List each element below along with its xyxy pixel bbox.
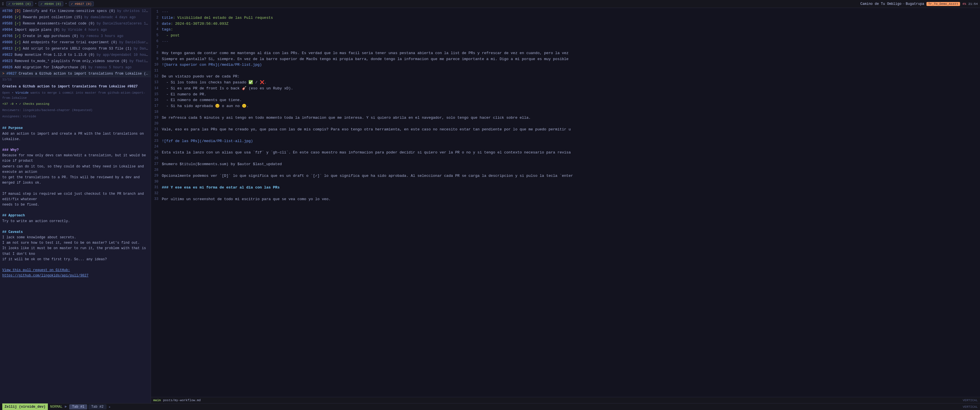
pr-list-item[interactable]: #9694 Import apple plans (0) by Viroide … bbox=[0, 27, 151, 33]
pr-number: #9826 bbox=[2, 65, 13, 70]
editor-line: 30 bbox=[151, 179, 980, 185]
line-number: 27 bbox=[153, 161, 162, 167]
pr-section-heading: ## Purpose bbox=[2, 126, 148, 131]
pr-detail[interactable]: Creates a Github action to import transl… bbox=[0, 82, 151, 403]
line-content: Vale, eso es para las PRs que he creado … bbox=[162, 127, 978, 133]
editor-line: 15 - El numero de PR. bbox=[151, 92, 980, 98]
editor-line: 29Opcionalmente podemos ver `[D]` lo que… bbox=[151, 173, 980, 179]
pr-list-item[interactable]: #9823 Removed tv_mode_* playlists from o… bbox=[0, 58, 151, 64]
pr-number: #8780 bbox=[2, 9, 13, 13]
editor-line: 17 - Si ha sido aprobada 😊 o aun no 🙁. bbox=[151, 103, 980, 109]
status-left: Zellij (viroide_dev) NORMAL ► Tab #1Tab … bbox=[2, 404, 111, 410]
main-area: #8780 [D] Identify and fix timezone-sens… bbox=[0, 8, 980, 403]
editor-line: 21Vale, eso es para las PRs que he cread… bbox=[151, 127, 980, 133]
selected-indicator: > bbox=[2, 72, 6, 76]
pr-author: by DanielSuarezCaceres 3 ho... bbox=[119, 40, 151, 44]
window-subtitle: Bugatrupa bbox=[906, 2, 924, 6]
editor-line: 5 - post bbox=[151, 33, 980, 39]
line-number: 4 bbox=[153, 27, 162, 32]
line-number: 22 bbox=[153, 133, 162, 138]
line-content: - post bbox=[162, 33, 978, 39]
line-content: - El número de comments que tiene. bbox=[162, 97, 978, 103]
pr-title: Add script to generate LBDL2 coupons fro… bbox=[23, 47, 132, 51]
pr-title: Add migration for InAppPurchase (0) bbox=[14, 65, 86, 70]
pr-author: by damaldenadc 4 days ago bbox=[84, 15, 135, 19]
pr-number: #9823 bbox=[2, 59, 13, 63]
editor-content[interactable]: 1---2title: Visibilidad del estado de la… bbox=[151, 8, 980, 397]
git-badge-3[interactable]: ✓ #9827 (0) bbox=[69, 2, 94, 6]
editor-line: 11 bbox=[151, 68, 980, 74]
editor-mode: NORMAL bbox=[50, 405, 62, 409]
pr-detail-body: Try to write an action correctly. bbox=[2, 219, 148, 224]
editor-line: 7 bbox=[151, 45, 980, 51]
pr-number: #9813 bbox=[2, 47, 13, 51]
pr-detail-body: If manual step is required we cold just … bbox=[2, 191, 148, 202]
line-content: Por ultimo un screenshot de todo mi esci… bbox=[162, 197, 978, 202]
pr-section-heading: ## Caveats bbox=[2, 229, 148, 235]
pr-detail-body: to get the translations to a PR. This wi… bbox=[2, 175, 148, 186]
line-content: tags: bbox=[162, 27, 978, 33]
file-status-right: VERTICAL bbox=[963, 399, 978, 402]
pr-title: Identify and fix timezone-sensitive spec… bbox=[23, 9, 115, 13]
status-tab[interactable]: Tab #2 bbox=[88, 404, 106, 410]
line-number: 26 bbox=[153, 156, 162, 161]
line-number: 16 bbox=[153, 97, 162, 103]
editor-line: 33Por ultimo un screenshot de todo mi es… bbox=[151, 197, 980, 202]
topbar-left:  ✓ tr9955 (0) • ✓ #9494 (0) • ✓ #9827 (… bbox=[2, 2, 858, 6]
pr-list-item[interactable]: #9588 [✓] Remove Assessments-related cod… bbox=[0, 21, 151, 27]
line-content: ![fzf de las PRs](/media/PR-list-all.jpg… bbox=[162, 138, 978, 145]
editor-line: 19Se refresca cada 5 minutos y asi tengo… bbox=[151, 115, 980, 121]
git-badge-1[interactable]: ✓ tr9955 (0) bbox=[6, 2, 33, 6]
pr-number: #9827 bbox=[6, 72, 16, 76]
pr-list-item[interactable]: #9808 [✓] Add endpoints for reverse tria… bbox=[0, 39, 151, 46]
pr-list-item[interactable]: #9766 [✓] Create in app purchases (0) by… bbox=[0, 33, 151, 39]
editor-line: 13 - Si los todos los checks han pasado … bbox=[151, 80, 980, 86]
pr-author: by DanielSuarezCacere... bbox=[134, 47, 151, 51]
pr-list-item[interactable]: #9496 [✓] Rewards point collection (15) … bbox=[0, 14, 151, 21]
line-number: 8 bbox=[153, 51, 162, 56]
editor-line: 25Esta vista la lanzo con un alias que u… bbox=[151, 150, 980, 156]
line-number: 15 bbox=[153, 92, 162, 97]
pr-list-item[interactable]: #9826 Add migration for InAppPurchase (0… bbox=[0, 64, 151, 71]
editor-line: 4tags: bbox=[151, 27, 980, 33]
line-number: 29 bbox=[153, 173, 162, 178]
git-badge-2[interactable]: ✓ #9494 (0) bbox=[38, 2, 63, 6]
line-number: 25 bbox=[153, 150, 162, 155]
pr-tag: [✓] bbox=[14, 47, 23, 51]
pr-number: #9766 bbox=[2, 34, 13, 38]
file-statusbar: main posts/my-workflow.md VERTICAL bbox=[151, 397, 980, 403]
pr-list-item[interactable]: > #9827 Creates a Github action to impor… bbox=[0, 71, 151, 77]
status-vertical: VERTICAL bbox=[963, 405, 978, 408]
editor-line: 14 - Si es una PR de front Is o back 🎸 (… bbox=[151, 86, 980, 92]
editor-line: 12De un vistazo puedo ver de cada PR: bbox=[151, 74, 980, 80]
window-title: Camino de Tu Ombligo bbox=[860, 2, 901, 6]
pr-list-item[interactable]: #9822 Bump monetize from 1.12.0 to 1.13.… bbox=[0, 52, 151, 58]
pr-list-item[interactable]: #8780 [D] Identify and fix timezone-sens… bbox=[0, 8, 151, 14]
editor-line: 22 bbox=[151, 133, 980, 138]
line-content: Se refresca cada 5 minutos y asi tengo e… bbox=[162, 115, 978, 121]
pr-github-link[interactable]: View this pull request on GitHub: https:… bbox=[2, 268, 148, 278]
pr-list-item[interactable]: #9813 [✓] Add script to generate LBDL2 c… bbox=[0, 46, 151, 52]
line-number: 28 bbox=[153, 167, 162, 173]
editor-line: 18 bbox=[151, 109, 980, 115]
line-content: --- bbox=[162, 9, 978, 15]
line-number: 23 bbox=[153, 138, 162, 144]
editor-line: 2title: Visibilidad del estado de las Pu… bbox=[151, 15, 980, 21]
line-number: 13 bbox=[153, 80, 162, 85]
line-number: 32 bbox=[153, 191, 162, 196]
pr-detail-meta: Open • Viroide wants to merge 1 commit i… bbox=[2, 91, 148, 100]
pr-section-heading: ## Approach bbox=[2, 213, 148, 218]
status-tab[interactable]: Tab #1 bbox=[69, 404, 87, 410]
pr-tag: [✓] bbox=[14, 40, 23, 44]
pr-detail-body: owners can do it too, so they could do w… bbox=[2, 164, 148, 175]
line-content: Opcionalmente podemos ver `[D]` lo que s… bbox=[162, 173, 978, 179]
statusbar: Zellij (viroide_dev) NORMAL ► Tab #1Tab … bbox=[0, 403, 980, 410]
pr-number: #9822 bbox=[2, 53, 13, 57]
editor-line: 16 - El número de comments que tiene. bbox=[151, 97, 980, 103]
editor-line: 28 bbox=[151, 167, 980, 173]
pr-author: by fbatista 4 hours ago bbox=[130, 59, 151, 63]
line-content: date: 2024-01-30T20:56:40.093Z bbox=[162, 21, 978, 27]
pr-detail-body: Add an action to import and create a PR … bbox=[2, 131, 148, 142]
line-content: ### Y ese esa es mi forma de estar al dí… bbox=[162, 185, 978, 191]
line-number: 24 bbox=[153, 144, 162, 149]
